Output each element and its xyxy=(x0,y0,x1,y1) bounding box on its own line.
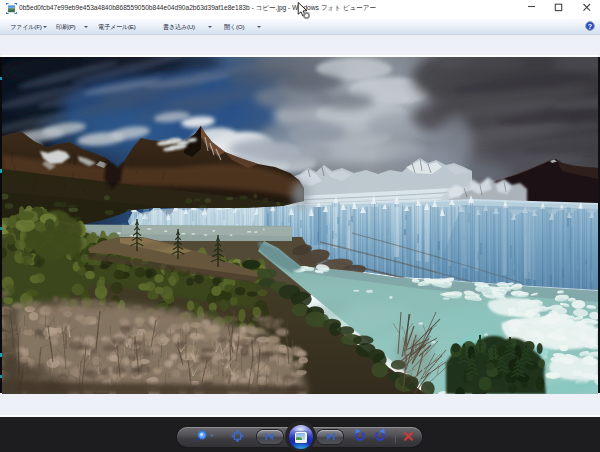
svg-text:?: ? xyxy=(588,22,592,29)
